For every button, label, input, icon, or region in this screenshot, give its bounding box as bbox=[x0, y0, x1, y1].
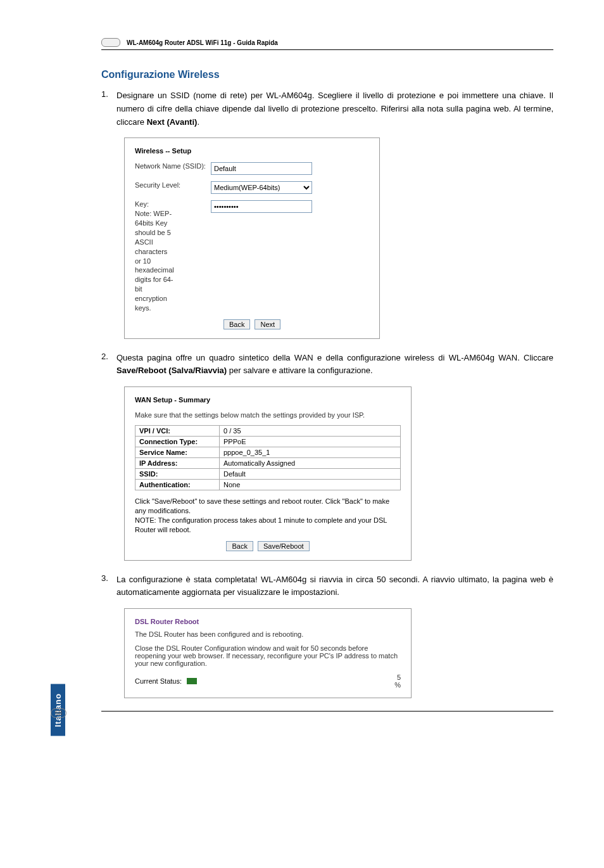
step-1-number: 1. bbox=[101, 89, 116, 129]
wireless-setup-panel: Wireless -- Setup Network Name (SSID): S… bbox=[124, 137, 380, 338]
ssid-input[interactable] bbox=[211, 162, 312, 175]
step-3: 3. La configurazione è stata completata!… bbox=[101, 573, 553, 600]
reboot-title: DSL Router Reboot bbox=[135, 618, 401, 625]
router-icon bbox=[101, 38, 120, 47]
footer-divider bbox=[101, 711, 553, 712]
ssid-label: Network Name (SSID): bbox=[135, 162, 211, 170]
key-label: Key: bbox=[135, 200, 211, 208]
step-2: 2. Questa pagina offre un quadro sinteti… bbox=[101, 352, 553, 378]
wep-note: Note: WEP- 64bits Key should be 5 ASCII … bbox=[135, 209, 192, 312]
table-row: SSID:Default bbox=[135, 469, 401, 480]
wan-summary-table: VPI / VCI:0 / 35 Connection Type:PPPoE S… bbox=[135, 425, 401, 490]
step-2-text: Questa pagina offre un quadro sintetico … bbox=[116, 352, 553, 378]
wireless-panel-title: Wireless -- Setup bbox=[135, 147, 369, 155]
step-3-number: 3. bbox=[101, 573, 116, 600]
table-row: Service Name:pppoe_0_35_1 bbox=[135, 447, 401, 458]
progress-percent: 5 % bbox=[394, 673, 401, 689]
page-number: 68 bbox=[51, 708, 66, 718]
back-button[interactable]: Back bbox=[223, 319, 250, 329]
save-reboot-button[interactable]: Save/Reboot bbox=[258, 541, 310, 551]
table-row: Authentication:None bbox=[135, 480, 401, 490]
header-text: WL-AM604g Router ADSL WiFi 11g - Guida R… bbox=[127, 39, 278, 46]
reboot-line1: The DSL Router has been configured and i… bbox=[135, 630, 401, 638]
wan-subtext: Make sure that the settings below match … bbox=[135, 411, 401, 419]
step-3-text: La configurazione è stata completata! WL… bbox=[116, 573, 553, 600]
security-level-select[interactable]: Medium(WEP-64bits) bbox=[211, 181, 312, 194]
step-2-number: 2. bbox=[101, 352, 116, 378]
table-row: IP Address:Automatically Assigned bbox=[135, 458, 401, 469]
reboot-panel: DSL Router Reboot The DSL Router has bee… bbox=[124, 608, 412, 698]
reboot-line2: Close the DSL Router Configuration windo… bbox=[135, 644, 401, 667]
step-1-text: Designare un SSID (nome di rete) per WL-… bbox=[116, 89, 553, 129]
progress-bar-fill bbox=[187, 678, 197, 684]
key-input[interactable] bbox=[211, 200, 312, 213]
wan-panel-title: WAN Setup - Summary bbox=[135, 396, 401, 404]
wan-summary-panel: WAN Setup - Summary Make sure that the s… bbox=[124, 386, 412, 560]
table-row: Connection Type:PPPoE bbox=[135, 437, 401, 447]
security-level-label: Security Level: bbox=[135, 181, 211, 189]
wan-back-button[interactable]: Back bbox=[226, 541, 253, 551]
next-button[interactable]: Next bbox=[255, 319, 280, 329]
page-header: WL-AM604g Router ADSL WiFi 11g - Guida R… bbox=[101, 38, 553, 50]
section-title: Configurazione Wireless bbox=[101, 69, 553, 80]
wan-note: Click "Save/Reboot" to save these settin… bbox=[135, 497, 401, 534]
progress-bar bbox=[187, 678, 389, 684]
step-1: 1. Designare un SSID (nome di rete) per … bbox=[101, 89, 553, 129]
current-status-label: Current Status: bbox=[135, 677, 182, 685]
table-row: VPI / VCI:0 / 35 bbox=[135, 426, 401, 437]
